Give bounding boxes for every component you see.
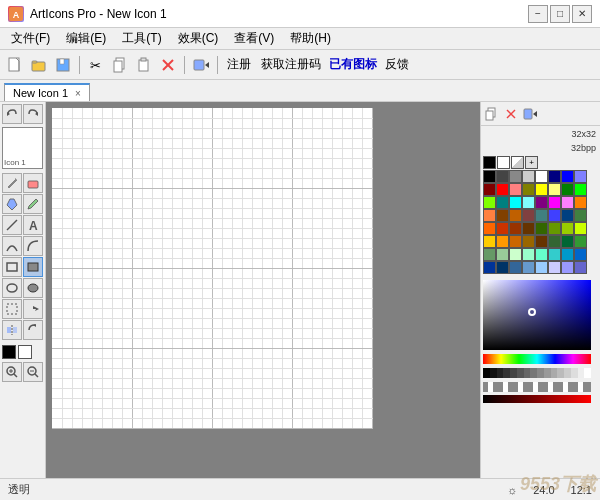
black-swatch[interactable] <box>483 156 496 169</box>
pixel-cell[interactable] <box>342 108 352 118</box>
pixel-cell[interactable] <box>122 338 132 348</box>
pixel-cell[interactable] <box>112 108 122 118</box>
pixel-cell[interactable] <box>72 388 82 398</box>
pixel-cell[interactable] <box>232 388 242 398</box>
pixel-cell[interactable] <box>202 338 212 348</box>
pixel-cell[interactable] <box>162 318 172 328</box>
pixel-cell[interactable] <box>62 368 72 378</box>
pixel-cell[interactable] <box>72 318 82 328</box>
pixel-cell[interactable] <box>122 228 132 238</box>
pixel-cell[interactable] <box>282 168 292 178</box>
gray-swatch[interactable] <box>517 368 524 378</box>
pixel-cell[interactable] <box>312 328 322 338</box>
pixel-cell[interactable] <box>72 398 82 408</box>
pixel-cell[interactable] <box>192 348 202 358</box>
pixel-cell[interactable] <box>352 258 362 268</box>
pixel-cell[interactable] <box>152 278 162 288</box>
pixel-cell[interactable] <box>82 178 92 188</box>
pixel-cell[interactable] <box>302 418 312 428</box>
pixel-cell[interactable] <box>252 238 262 248</box>
pixel-cell[interactable] <box>132 178 142 188</box>
pixel-cell[interactable] <box>72 268 82 278</box>
color-swatch[interactable] <box>496 209 509 222</box>
pixel-cell[interactable] <box>192 128 202 138</box>
pixel-cell[interactable] <box>132 368 142 378</box>
pixel-cell[interactable] <box>202 358 212 368</box>
pixel-cell[interactable] <box>192 268 202 278</box>
pixel-cell[interactable] <box>322 298 332 308</box>
pixel-cell[interactable] <box>202 388 212 398</box>
pixel-cell[interactable] <box>292 258 302 268</box>
pixel-cell[interactable] <box>102 178 112 188</box>
pixel-cell[interactable] <box>262 358 272 368</box>
pixel-cell[interactable] <box>282 218 292 228</box>
color-swatch[interactable] <box>496 222 509 235</box>
more-colors[interactable]: + <box>525 156 538 169</box>
pixel-cell[interactable] <box>262 418 272 428</box>
pixel-cell[interactable] <box>262 318 272 328</box>
pixel-cell[interactable] <box>332 218 342 228</box>
pixel-cell[interactable] <box>142 148 152 158</box>
line-tool[interactable] <box>2 215 22 235</box>
pixel-cell[interactable] <box>52 318 62 328</box>
pixel-cell[interactable] <box>292 268 302 278</box>
pixel-cell[interactable] <box>212 248 222 258</box>
pixel-cell[interactable] <box>52 128 62 138</box>
pixel-cell[interactable] <box>142 188 152 198</box>
pixel-cell[interactable] <box>52 178 62 188</box>
pixel-cell[interactable] <box>302 158 312 168</box>
pixel-cell[interactable] <box>292 108 302 118</box>
pixel-cell[interactable] <box>182 408 192 418</box>
pixel-cell[interactable] <box>342 188 352 198</box>
pixel-cell[interactable] <box>92 178 102 188</box>
pixel-cell[interactable] <box>122 148 132 158</box>
color-swatch[interactable] <box>561 183 574 196</box>
pixel-cell[interactable] <box>152 258 162 268</box>
pixel-cell[interactable] <box>332 128 342 138</box>
gray-swatch[interactable] <box>557 368 564 378</box>
pixel-cell[interactable] <box>62 208 72 218</box>
pixel-cell[interactable] <box>112 418 122 428</box>
pixel-cell[interactable] <box>362 298 372 308</box>
pixel-cell[interactable] <box>282 338 292 348</box>
pixel-cell[interactable] <box>172 268 182 278</box>
pixel-cell[interactable] <box>292 248 302 258</box>
pixel-cell[interactable] <box>112 148 122 158</box>
pixel-cell[interactable] <box>202 248 212 258</box>
pixel-cell[interactable] <box>152 338 162 348</box>
pixel-cell[interactable] <box>122 378 132 388</box>
pixel-cell[interactable] <box>272 368 282 378</box>
pixel-cell[interactable] <box>112 278 122 288</box>
pixel-cell[interactable] <box>52 368 62 378</box>
pixel-cell[interactable] <box>142 128 152 138</box>
color-swatch[interactable] <box>535 170 548 183</box>
pixel-cell[interactable] <box>182 268 192 278</box>
pixel-cell[interactable] <box>192 318 202 328</box>
pixel-cell[interactable] <box>282 318 292 328</box>
pixel-cell[interactable] <box>192 308 202 318</box>
pixel-cell[interactable] <box>202 288 212 298</box>
pixel-cell[interactable] <box>282 398 292 408</box>
pixel-cell[interactable] <box>342 178 352 188</box>
pixel-cell[interactable] <box>142 218 152 228</box>
pixel-cell[interactable] <box>162 398 172 408</box>
pixel-cell[interactable] <box>122 118 132 128</box>
gray-swatch[interactable] <box>503 368 510 378</box>
color-swatch[interactable] <box>548 248 561 261</box>
pixel-cell[interactable] <box>302 378 312 388</box>
color-swatch[interactable] <box>522 248 535 261</box>
pixel-cell[interactable] <box>172 258 182 268</box>
pixel-cell[interactable] <box>152 108 162 118</box>
pixel-cell[interactable] <box>322 338 332 348</box>
gray-swatch[interactable] <box>524 368 531 378</box>
color-swatch[interactable] <box>561 170 574 183</box>
pixel-cell[interactable] <box>142 178 152 188</box>
pixel-cell[interactable] <box>132 248 142 258</box>
pixel-cell[interactable] <box>332 228 342 238</box>
pixel-cell[interactable] <box>292 128 302 138</box>
pixel-cell[interactable] <box>322 268 332 278</box>
pixel-cell[interactable] <box>92 368 102 378</box>
move-tool[interactable] <box>23 299 43 319</box>
pixel-cell[interactable] <box>362 408 372 418</box>
pixel-cell[interactable] <box>182 338 192 348</box>
